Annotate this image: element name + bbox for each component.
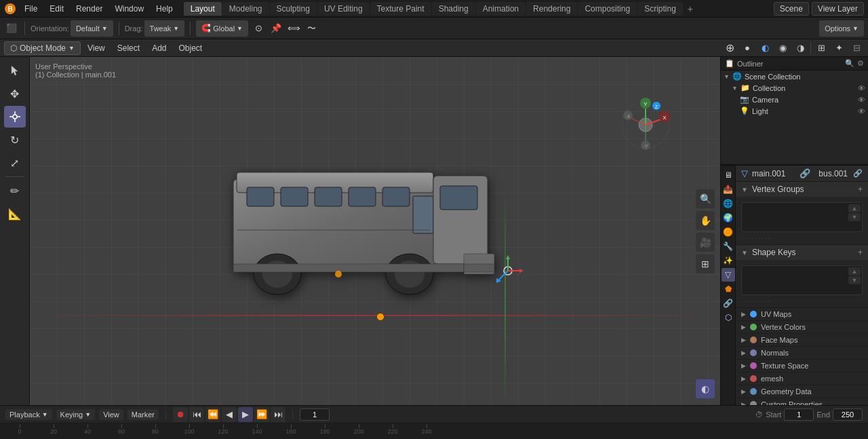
shading-type-icon[interactable]: ◐ [757,41,772,56]
orientation-selector[interactable]: Default ▼ [71,20,113,37]
menu-edit[interactable]: Edit [44,3,69,15]
vertex-groups-title[interactable]: ▼ Vertex Groups + [736,182,868,197]
sk-scroll-up[interactable]: ▲ [848,267,861,275]
prop-object-data-icon[interactable]: ⬡ [722,311,735,324]
current-frame-input[interactable] [300,408,330,421]
tab-shading[interactable]: Shading [432,2,475,16]
sk-scroll-down[interactable]: ▼ [848,276,861,284]
scene-selector[interactable]: Scene [774,2,809,16]
mode-selector[interactable]: ⬡ Object Mode ▼ [4,41,81,55]
render-solid-icon[interactable]: ◐ [696,379,715,398]
tab-uv-editing[interactable]: UV Editing [317,2,370,16]
outliner-settings-icon[interactable]: ⚙ [857,59,864,68]
tab-compositing[interactable]: Compositing [578,2,637,16]
prop-data-icon[interactable]: ▽ [722,268,735,282]
step-back-btn[interactable]: ⏪ [205,407,220,422]
light-item[interactable]: 💡 Light 👁 [721,105,868,117]
tab-scripting[interactable]: Scripting [637,2,683,16]
vp-camera-icon[interactable]: 🎥 [696,233,715,252]
viewport-solid-icon[interactable]: ◑ [793,41,808,56]
transform-gizmo[interactable] [491,254,525,290]
prop-output-icon[interactable]: 📤 [722,183,735,196]
add-workspace-tab[interactable]: + [684,2,697,16]
drag-selector[interactable]: Tweak ▼ [144,20,185,37]
tab-modeling[interactable]: Modeling [222,2,269,16]
view-btn[interactable]: View [99,409,123,420]
vg-scroll-down[interactable]: ▼ [848,213,861,221]
outliner-filter-icon[interactable]: 🔍 [845,59,854,68]
shape-keys-title[interactable]: ▼ Shape Keys + [736,245,868,260]
snap-selector[interactable]: 🧲 Global ▼ [196,20,248,37]
tool-scale[interactable]: ⤢ [4,152,26,174]
sk-add-btn[interactable]: + [858,248,863,257]
scene-collection-item[interactable]: ▼ 🌐 Scene Collection [721,71,868,82]
tab-rendering[interactable]: Rendering [526,2,577,16]
menu-help[interactable]: Help [151,3,178,15]
start-frame-input[interactable] [784,408,814,421]
camera-eye-icon[interactable]: 👁 [858,96,865,104]
viewport-3d[interactable]: User Perspective (1) Collection | main.0… [30,57,720,405]
vp-zoom-icon[interactable]: 🔍 [696,189,715,208]
tool-transform[interactable] [4,106,26,128]
marker-btn[interactable]: Marker [127,409,159,420]
view-layer-selector[interactable]: View Layer [812,2,864,16]
gizmo-icon[interactable]: ✦ [831,41,846,56]
shading-ball-icon[interactable]: ● [740,41,755,56]
prop-object-icon[interactable]: 🟠 [722,225,735,239]
keying-btn[interactable]: Keying ▼ [56,409,96,420]
tab-texture-paint[interactable]: Texture Paint [370,2,431,16]
record-btn[interactable]: ⏺ [173,407,188,422]
vp-hand-icon[interactable]: ✋ [696,211,715,230]
collection-item[interactable]: ▼ 📁 Collection 👁 [721,82,868,94]
tool-measure[interactable]: 📐 [4,203,26,225]
viewport-overlay-icon[interactable]: ⊞ [814,41,829,56]
light-eye-icon[interactable]: 👁 [858,107,865,115]
menu-file[interactable]: File [19,3,43,15]
prop-scene-icon[interactable]: 🌐 [722,197,735,210]
nav-gizmo[interactable]: Y X -X -Y Z [618,98,673,152]
face-maps-row[interactable]: ▶ Face Maps [736,334,868,347]
texture-space-row[interactable]: ▶ Texture Space [736,360,868,373]
curve-icon[interactable]: 〜 [304,21,319,36]
jump-end-btn[interactable]: ⏭ [271,407,285,422]
prop-constraints-icon[interactable]: 🔗 [722,297,735,310]
camera-item[interactable]: 📷 Camera 👁 [721,94,868,105]
tab-sculpting[interactable]: Sculpting [270,2,317,16]
playback-btn[interactable]: Playback ▼ [5,409,52,420]
geometry-data-row[interactable]: ▶ Geometry Data [736,385,868,398]
emesh-row[interactable]: ▶ emesh [736,373,868,385]
prop-world-icon[interactable]: 🌍 [722,211,735,225]
render-preview-icon[interactable]: ◉ [775,41,790,56]
snap-toggle-icon[interactable]: 📌 [269,21,283,36]
header-view[interactable]: View [82,42,111,54]
reverse-play-btn[interactable]: ◀ [222,407,237,422]
editor-icon[interactable]: ⊟ [849,41,864,56]
options-button[interactable]: Options ▼ [819,20,864,37]
tab-animation[interactable]: Animation [476,2,526,16]
prop-particles-icon[interactable]: ✨ [722,254,735,267]
prop-material-icon[interactable]: ⬟ [722,282,735,296]
mirror-icon[interactable]: ⟺ [286,21,301,36]
toolbar-left-icon[interactable]: ⬛ [4,21,19,36]
jump-start-btn[interactable]: ⏮ [189,407,204,422]
tool-cursor[interactable] [4,60,26,81]
uv-maps-row[interactable]: ▶ UV Maps [736,308,868,321]
proportional-edit-icon[interactable]: ⊙ [251,21,266,36]
tool-move[interactable]: ✥ [4,83,26,104]
tool-annotate[interactable]: ✏ [4,180,26,202]
menu-window[interactable]: Window [109,3,149,15]
prop-modifiers-icon[interactable]: 🔧 [722,240,735,253]
blender-logo[interactable]: B [3,1,18,16]
header-object[interactable]: Object [173,42,208,54]
play-btn[interactable]: ▶ [238,407,253,422]
custom-props-row[interactable]: ▶ Custom Properties [736,398,868,405]
tool-rotate[interactable]: ↻ [4,129,26,151]
end-frame-input[interactable] [833,408,863,421]
prop-render-icon[interactable]: 🖥 [722,168,735,182]
vg-add-btn[interactable]: + [858,185,863,194]
vg-scroll-up[interactable]: ▲ [848,204,861,212]
vertex-colors-row[interactable]: ▶ Vertex Colors [736,321,868,334]
transform-icon[interactable]: ⊕ [722,41,737,56]
timeline-ruler[interactable]: 0 20 40 60 80 100 [0,423,868,436]
menu-render[interactable]: Render [71,3,108,15]
